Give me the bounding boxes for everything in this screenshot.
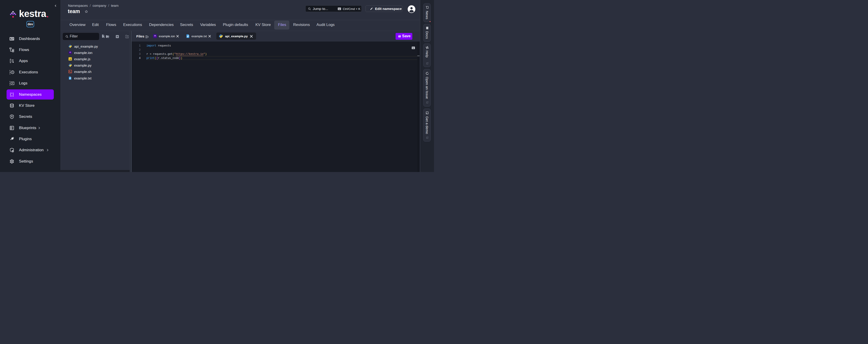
svg-text:JS: JS [69, 59, 71, 60]
